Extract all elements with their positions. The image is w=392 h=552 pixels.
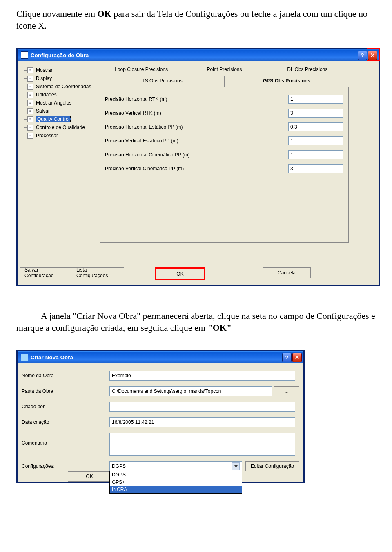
config-select-value: DGPS bbox=[112, 463, 126, 469]
nome-label: Nome da Obra bbox=[22, 373, 109, 378]
field-input[interactable]: 3 bbox=[288, 164, 343, 173]
field-input[interactable]: 1 bbox=[288, 95, 343, 104]
tree-expand-icon: ≡ bbox=[27, 108, 33, 114]
field-label: Precisão Vertical Cinemático PP (m) bbox=[105, 166, 227, 171]
tree-item[interactable]: ≡Processar bbox=[20, 131, 100, 140]
salvar-config-button[interactable]: Salvar Configuração bbox=[20, 267, 72, 278]
tab[interactable]: GPS Obs Precisions bbox=[224, 76, 349, 87]
dropdown-item[interactable]: INCRA bbox=[110, 486, 242, 493]
tree-expand-icon: ≡ bbox=[27, 92, 33, 98]
tree-item[interactable]: ≡Unidades bbox=[20, 91, 100, 99]
dialog-footer: Salvar Configuração Lista Configurações … bbox=[18, 267, 379, 285]
tree-item[interactable]: ≡Mostrar Ângulos bbox=[20, 99, 100, 107]
tree-expand-icon: ≡ bbox=[27, 100, 33, 106]
tab[interactable]: TS Obs Precisions bbox=[100, 76, 225, 87]
tab[interactable]: Point Precisions bbox=[183, 65, 266, 76]
dropdown-item[interactable]: GPS+ bbox=[110, 479, 242, 486]
field-label: Precisão Horizontal Estático PP (m) bbox=[105, 124, 227, 130]
tree-expand-icon: ≡ bbox=[27, 125, 33, 131]
ok-button[interactable]: OK bbox=[156, 269, 204, 279]
tree-item[interactable]: ≡Display bbox=[20, 74, 100, 82]
tree-item[interactable]: ≡Controle de Qualidade bbox=[20, 123, 100, 131]
ok-highlight: OK bbox=[155, 267, 205, 280]
app-icon bbox=[21, 51, 28, 59]
pasta-input[interactable]: C:\Documents and Settings\sergio_manda\T… bbox=[109, 386, 272, 396]
field-label: Precisão Vertical RTK (m) bbox=[105, 110, 227, 116]
browse-button[interactable]: ... bbox=[274, 386, 299, 396]
titlebar[interactable]: Configuração de Obra ? ✕ bbox=[18, 49, 379, 61]
field-input[interactable]: 1 bbox=[288, 150, 343, 159]
tree-item[interactable]: ≡Quality Control bbox=[20, 115, 100, 123]
tree-item[interactable]: ≡Sistema de Coordenadas bbox=[20, 82, 100, 91]
pasta-label: Pasta da Obra bbox=[22, 388, 109, 394]
tree-expand-icon: ≡ bbox=[27, 133, 33, 139]
lista-config-button[interactable]: Lista Configurações bbox=[72, 267, 124, 278]
coment-label: Comentário bbox=[22, 433, 109, 446]
help-button[interactable]: ? bbox=[358, 51, 367, 60]
ok-button[interactable]: OK bbox=[68, 471, 111, 482]
criado-input[interactable] bbox=[109, 402, 295, 412]
data-input[interactable]: 16/8/2005 11:42:21 bbox=[109, 417, 295, 427]
config-select[interactable]: DGPS bbox=[109, 461, 242, 471]
dropdown-item[interactable]: DGPS bbox=[110, 471, 242, 479]
tree-item[interactable]: ≡Mostrar bbox=[20, 66, 100, 74]
chevron-down-icon[interactable] bbox=[232, 462, 240, 470]
window-title: Configuração de Obra bbox=[31, 52, 89, 58]
data-label: Data criação bbox=[22, 419, 109, 425]
tabs-panel: Loop Closure PrecisionsPoint PrecisionsD… bbox=[100, 65, 349, 265]
tree-expand-icon: ≡ bbox=[27, 116, 33, 122]
new-obra-dialog: Criar Nova Obra ? ✕ Nome da Obra Exemplo… bbox=[16, 350, 305, 483]
paragraph-2: A janela "Criar Nova Obra" permanecerá a… bbox=[16, 310, 376, 334]
tree-expand-icon: ≡ bbox=[27, 84, 33, 90]
criado-label: Criado por bbox=[22, 404, 109, 410]
field-label: Precisão Horizontal RTK (m) bbox=[105, 96, 227, 102]
field-input[interactable]: 1 bbox=[288, 136, 343, 145]
field-input[interactable]: 0,3 bbox=[288, 122, 343, 131]
paragraph-1: Clique novamente em OK para sair da Tela… bbox=[16, 8, 376, 31]
tree-expand-icon: ≡ bbox=[27, 76, 33, 82]
window-title: Criar Nova Obra bbox=[31, 354, 73, 361]
edit-config-button[interactable]: Editar Configuração bbox=[245, 461, 299, 471]
nome-input[interactable]: Exemplo bbox=[109, 371, 295, 381]
field-label: Precisão Horizontal Cinemático PP (m) bbox=[105, 152, 227, 158]
config-label: Configurações: bbox=[22, 463, 109, 469]
config-dropdown: DGPSGPS+INCRA bbox=[109, 471, 242, 494]
coment-input[interactable] bbox=[109, 433, 295, 456]
tab[interactable]: DL Obs Precisions bbox=[266, 65, 349, 76]
close-button[interactable]: ✕ bbox=[292, 353, 302, 362]
cancel-button[interactable]: Cancela bbox=[263, 267, 311, 278]
titlebar[interactable]: Criar Nova Obra ? ✕ bbox=[18, 351, 303, 363]
config-dialog: Configuração de Obra ? ✕ ≡Mostrar≡Displa… bbox=[16, 48, 380, 286]
nav-tree: ≡Mostrar≡Display≡Sistema de Coordenadas≡… bbox=[20, 65, 100, 265]
help-button[interactable]: ? bbox=[282, 353, 292, 362]
field-label: Precisão Vertical Estátoco PP (m) bbox=[105, 138, 227, 144]
app-icon bbox=[21, 354, 28, 361]
field-input[interactable]: 3 bbox=[288, 109, 343, 118]
close-button[interactable]: ✕ bbox=[368, 51, 377, 60]
tree-item[interactable]: ≡Salvar bbox=[20, 107, 100, 115]
tab[interactable]: Loop Closure Precisions bbox=[100, 65, 183, 76]
tab-content: Precisão Horizontal RTK (m)1Precisão Ver… bbox=[100, 87, 349, 243]
tree-expand-icon: ≡ bbox=[27, 67, 33, 73]
